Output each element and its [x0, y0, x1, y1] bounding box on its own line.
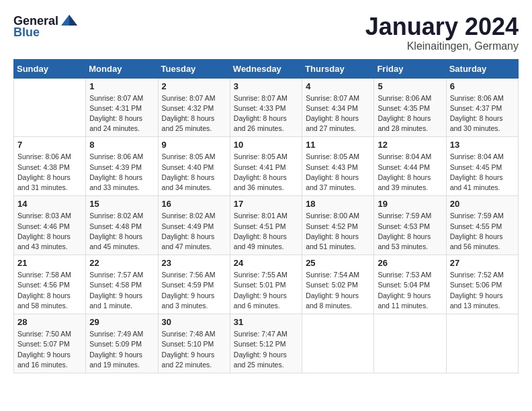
- calendar-cell: 29Sunrise: 7:49 AM Sunset: 5:09 PM Dayli…: [86, 314, 158, 373]
- calendar-cell: 10Sunrise: 8:05 AM Sunset: 4:41 PM Dayli…: [230, 137, 302, 196]
- day-info: Sunrise: 8:07 AM Sunset: 4:34 PM Dayligh…: [306, 93, 370, 134]
- day-info: Sunrise: 7:56 AM Sunset: 4:59 PM Dayligh…: [162, 270, 226, 311]
- day-info: Sunrise: 8:05 AM Sunset: 4:43 PM Dayligh…: [306, 152, 370, 193]
- day-number: 12: [378, 140, 442, 150]
- calendar-cell: 5Sunrise: 8:06 AM Sunset: 4:35 PM Daylig…: [374, 78, 446, 137]
- day-info: Sunrise: 8:04 AM Sunset: 4:45 PM Dayligh…: [450, 152, 515, 193]
- title-block: January 2024 Kleinaitingen, Germany: [365, 13, 519, 52]
- day-number: 15: [89, 199, 154, 209]
- day-info: Sunrise: 8:05 AM Sunset: 4:40 PM Dayligh…: [162, 152, 226, 193]
- calendar-cell: 16Sunrise: 8:02 AM Sunset: 4:49 PM Dayli…: [158, 196, 230, 255]
- day-info: Sunrise: 7:49 AM Sunset: 5:09 PM Dayligh…: [89, 329, 154, 370]
- day-number: 7: [17, 140, 82, 150]
- calendar-cell: 4Sunrise: 8:07 AM Sunset: 4:34 PM Daylig…: [302, 78, 374, 137]
- calendar-cell: 11Sunrise: 8:05 AM Sunset: 4:43 PM Dayli…: [302, 137, 374, 196]
- day-number: 19: [378, 199, 442, 209]
- day-number: 14: [17, 199, 82, 209]
- calendar-cell: 21Sunrise: 7:58 AM Sunset: 4:56 PM Dayli…: [14, 255, 86, 314]
- calendar-cell: 9Sunrise: 8:05 AM Sunset: 4:40 PM Daylig…: [158, 137, 230, 196]
- calendar-header-row: SundayMondayTuesdayWednesdayThursdayFrid…: [14, 59, 519, 78]
- calendar-week-row: 1Sunrise: 8:07 AM Sunset: 4:31 PM Daylig…: [14, 78, 519, 137]
- day-info: Sunrise: 7:55 AM Sunset: 5:01 PM Dayligh…: [234, 270, 298, 311]
- day-info: Sunrise: 8:06 AM Sunset: 4:39 PM Dayligh…: [89, 152, 154, 193]
- calendar-cell: 2Sunrise: 8:07 AM Sunset: 4:32 PM Daylig…: [158, 78, 230, 137]
- calendar-cell: [374, 314, 446, 373]
- calendar-cell: 14Sunrise: 8:03 AM Sunset: 4:46 PM Dayli…: [14, 196, 86, 255]
- day-number: 26: [378, 258, 442, 268]
- day-number: 21: [17, 258, 82, 268]
- calendar-cell: 12Sunrise: 8:04 AM Sunset: 4:44 PM Dayli…: [374, 137, 446, 196]
- day-number: 18: [306, 199, 370, 209]
- day-info: Sunrise: 7:48 AM Sunset: 5:10 PM Dayligh…: [162, 329, 226, 370]
- calendar-cell: 23Sunrise: 7:56 AM Sunset: 4:59 PM Dayli…: [158, 255, 230, 314]
- day-number: 29: [89, 317, 154, 327]
- location: Kleinaitingen, Germany: [365, 40, 519, 52]
- weekday-header: Tuesday: [158, 59, 230, 78]
- calendar-cell: 19Sunrise: 7:59 AM Sunset: 4:53 PM Dayli…: [374, 196, 446, 255]
- calendar-cell: 26Sunrise: 7:53 AM Sunset: 5:04 PM Dayli…: [374, 255, 446, 314]
- day-info: Sunrise: 7:57 AM Sunset: 4:58 PM Dayligh…: [89, 270, 154, 311]
- day-number: 1: [89, 81, 154, 91]
- calendar-cell: [446, 314, 518, 373]
- calendar-week-row: 21Sunrise: 7:58 AM Sunset: 4:56 PM Dayli…: [14, 255, 519, 314]
- month-title: January 2024: [365, 13, 519, 40]
- day-info: Sunrise: 8:00 AM Sunset: 4:52 PM Dayligh…: [306, 211, 370, 252]
- weekday-header: Sunday: [14, 59, 86, 78]
- day-number: 9: [162, 140, 226, 150]
- day-info: Sunrise: 7:47 AM Sunset: 5:12 PM Dayligh…: [234, 329, 298, 370]
- day-number: 4: [306, 81, 370, 91]
- day-number: 2: [162, 81, 226, 91]
- calendar-cell: 7Sunrise: 8:06 AM Sunset: 4:38 PM Daylig…: [14, 137, 86, 196]
- calendar-cell: 8Sunrise: 8:06 AM Sunset: 4:39 PM Daylig…: [86, 137, 158, 196]
- calendar-week-row: 7Sunrise: 8:06 AM Sunset: 4:38 PM Daylig…: [14, 137, 519, 196]
- calendar-cell: [302, 314, 374, 373]
- calendar-cell: 15Sunrise: 8:02 AM Sunset: 4:48 PM Dayli…: [86, 196, 158, 255]
- calendar-table: SundayMondayTuesdayWednesdayThursdayFrid…: [13, 59, 519, 373]
- calendar-week-row: 28Sunrise: 7:50 AM Sunset: 5:07 PM Dayli…: [14, 314, 519, 373]
- day-number: 5: [378, 81, 442, 91]
- day-number: 11: [306, 140, 370, 150]
- day-number: 6: [450, 81, 515, 91]
- day-number: 3: [234, 81, 298, 91]
- calendar-cell: 28Sunrise: 7:50 AM Sunset: 5:07 PM Dayli…: [14, 314, 86, 373]
- day-number: 17: [234, 199, 298, 209]
- day-number: 30: [162, 317, 226, 327]
- day-info: Sunrise: 7:50 AM Sunset: 5:07 PM Dayligh…: [17, 329, 82, 370]
- weekday-header: Wednesday: [230, 59, 302, 78]
- day-info: Sunrise: 8:07 AM Sunset: 4:33 PM Dayligh…: [234, 93, 298, 134]
- day-number: 25: [306, 258, 370, 268]
- calendar-cell: 6Sunrise: 8:06 AM Sunset: 4:37 PM Daylig…: [446, 78, 518, 137]
- calendar-cell: 30Sunrise: 7:48 AM Sunset: 5:10 PM Dayli…: [158, 314, 230, 373]
- day-info: Sunrise: 7:59 AM Sunset: 4:55 PM Dayligh…: [450, 211, 515, 252]
- logo: General Blue: [13, 13, 79, 40]
- calendar-cell: 17Sunrise: 8:01 AM Sunset: 4:51 PM Dayli…: [230, 196, 302, 255]
- day-number: 10: [234, 140, 298, 150]
- day-number: 31: [234, 317, 298, 327]
- day-info: Sunrise: 7:59 AM Sunset: 4:53 PM Dayligh…: [378, 211, 442, 252]
- day-number: 24: [234, 258, 298, 268]
- day-info: Sunrise: 8:03 AM Sunset: 4:46 PM Dayligh…: [17, 211, 82, 252]
- calendar-week-row: 14Sunrise: 8:03 AM Sunset: 4:46 PM Dayli…: [14, 196, 519, 255]
- day-info: Sunrise: 7:52 AM Sunset: 5:06 PM Dayligh…: [450, 270, 515, 311]
- day-number: 28: [17, 317, 82, 327]
- day-info: Sunrise: 7:54 AM Sunset: 5:02 PM Dayligh…: [306, 270, 370, 311]
- calendar-cell: 24Sunrise: 7:55 AM Sunset: 5:01 PM Dayli…: [230, 255, 302, 314]
- day-number: 27: [450, 258, 515, 268]
- day-info: Sunrise: 8:06 AM Sunset: 4:38 PM Dayligh…: [17, 152, 82, 193]
- day-number: 13: [450, 140, 515, 150]
- day-info: Sunrise: 7:58 AM Sunset: 4:56 PM Dayligh…: [17, 270, 82, 311]
- weekday-header: Friday: [374, 59, 446, 78]
- calendar-cell: 1Sunrise: 8:07 AM Sunset: 4:31 PM Daylig…: [86, 78, 158, 137]
- weekday-header: Thursday: [302, 59, 374, 78]
- day-number: 16: [162, 199, 226, 209]
- calendar-cell: 27Sunrise: 7:52 AM Sunset: 5:06 PM Dayli…: [446, 255, 518, 314]
- day-info: Sunrise: 8:05 AM Sunset: 4:41 PM Dayligh…: [234, 152, 298, 193]
- logo-blue: Blue: [13, 26, 40, 40]
- day-info: Sunrise: 8:06 AM Sunset: 4:35 PM Dayligh…: [378, 93, 442, 134]
- day-info: Sunrise: 8:07 AM Sunset: 4:31 PM Dayligh…: [89, 93, 154, 134]
- day-info: Sunrise: 8:01 AM Sunset: 4:51 PM Dayligh…: [234, 211, 298, 252]
- calendar-cell: 13Sunrise: 8:04 AM Sunset: 4:45 PM Dayli…: [446, 137, 518, 196]
- day-info: Sunrise: 8:06 AM Sunset: 4:37 PM Dayligh…: [450, 93, 515, 134]
- logo-icon: [60, 13, 79, 28]
- calendar-cell: 20Sunrise: 7:59 AM Sunset: 4:55 PM Dayli…: [446, 196, 518, 255]
